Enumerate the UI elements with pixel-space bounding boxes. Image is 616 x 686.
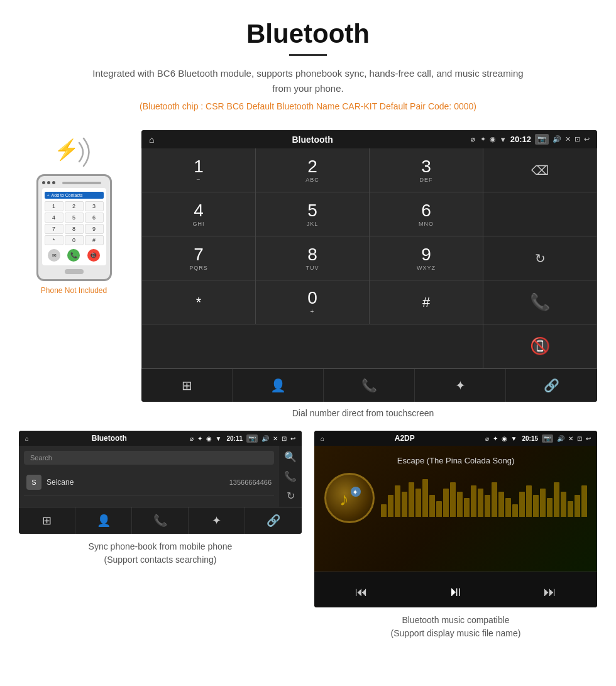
pb-dialpad-btn[interactable]: ⊞ bbox=[19, 507, 75, 534]
visualizer-bar bbox=[381, 504, 387, 517]
contacts-icon-btn[interactable]: 👤 bbox=[233, 369, 324, 402]
home-icon[interactable]: ⌂ bbox=[149, 135, 154, 145]
dial-statusbar: ⌂ Bluetooth ⌀ ✦ ◉ ▼ 20:12 📷 🔊 ✕ ⊡ ↩ bbox=[141, 130, 597, 148]
dial-key-8[interactable]: 8 TUV bbox=[256, 236, 370, 280]
music-camera-icon[interactable]: 📷 bbox=[542, 434, 553, 443]
play-pause-btn[interactable]: ⏯ bbox=[439, 578, 473, 605]
song-title: Escape (The Pina Colada Song) bbox=[397, 456, 514, 465]
pb-back-icon[interactable]: ↩ bbox=[290, 435, 295, 442]
dial-key-4[interactable]: 4 GHI bbox=[142, 192, 256, 236]
bt-status-icon: ✦ bbox=[480, 135, 486, 143]
contact-name: Seicane bbox=[47, 478, 229, 487]
close-icon[interactable]: ✕ bbox=[565, 135, 571, 143]
pb-search-icon[interactable]: 🔍 bbox=[284, 451, 297, 463]
pb-phone-btn[interactable]: 📞 bbox=[132, 507, 189, 534]
dial-key-5[interactable]: 5 JKL bbox=[256, 192, 370, 236]
status-icons: ✦ ◉ ▼ 20:12 📷 🔊 ✕ ⊡ ↩ bbox=[480, 134, 590, 145]
visualizer-bar bbox=[443, 489, 449, 517]
dial-key-9[interactable]: 9 WXYZ bbox=[370, 236, 483, 280]
phone-not-included: Phone Not Included bbox=[41, 286, 107, 295]
visualizer-bar bbox=[464, 498, 470, 517]
pb-call-icon[interactable]: 📞 bbox=[284, 470, 297, 482]
usb-icon: ⌀ bbox=[471, 135, 475, 143]
pb-search-box[interactable]: Search bbox=[24, 451, 274, 465]
prev-btn[interactable]: ⏮ bbox=[345, 580, 378, 604]
dial-screen-title: Bluetooth bbox=[159, 135, 465, 145]
camera-icon[interactable]: 📷 bbox=[535, 134, 549, 145]
dial-key-6[interactable]: 6 MNO bbox=[370, 192, 483, 236]
dial-key-refresh[interactable]: ↻ bbox=[483, 236, 597, 280]
pb-home-icon[interactable]: ⌂ bbox=[25, 435, 29, 442]
dial-call-red[interactable]: 📵 bbox=[483, 324, 597, 368]
visualizer-bar bbox=[492, 482, 497, 517]
dial-caption: Dial number direct from touchscreen bbox=[110, 402, 616, 431]
location-icon: ◉ bbox=[490, 135, 496, 143]
dial-key-star[interactable]: * bbox=[142, 280, 256, 324]
dial-key-2[interactable]: 2 ABC bbox=[256, 148, 370, 192]
pb-usb-icon: ⌀ bbox=[190, 435, 194, 442]
music-block: ⌂ A2DP ⌀ ✦ ◉ ▼ 20:15 📷 🔊 ✕ ⊡ ↩ Escape (T… bbox=[314, 431, 597, 640]
pb-volume-icon[interactable]: 🔊 bbox=[261, 435, 269, 442]
bluetooth-icon-btn[interactable]: ✦ bbox=[415, 369, 506, 402]
fullscreen-icon[interactable]: ⊡ bbox=[575, 135, 580, 143]
visualizer-bar bbox=[505, 498, 511, 517]
pb-fullscreen-icon[interactable]: ⊡ bbox=[282, 435, 287, 442]
music-statusbar: ⌂ A2DP ⌀ ✦ ◉ ▼ 20:15 📷 🔊 ✕ ⊡ ↩ bbox=[314, 431, 597, 446]
visualizer-bar bbox=[388, 495, 393, 517]
music-usb-icon: ⌀ bbox=[485, 435, 489, 442]
music-bt-icon: ✦ bbox=[493, 435, 498, 442]
visualizer-bar bbox=[547, 498, 553, 517]
pb-refresh-icon[interactable]: ↻ bbox=[287, 490, 295, 502]
visualizer-bar bbox=[450, 482, 456, 517]
pb-time: 20:11 bbox=[226, 435, 243, 442]
dial-call-green[interactable]: 📞 bbox=[483, 280, 597, 324]
visualizer-bar bbox=[471, 485, 476, 517]
page-specs: (Bluetooth chip : CSR BC6 Default Blueto… bbox=[0, 101, 616, 111]
pb-camera-icon[interactable]: 📷 bbox=[246, 434, 258, 443]
visualizer-bar bbox=[402, 492, 407, 517]
next-btn[interactable]: ⏭ bbox=[534, 580, 566, 604]
dial-keypad: 1 ∽ 2 ABC 3 DEF ⌫ 4 GHI 5 JKL bbox=[141, 148, 597, 368]
main-content: ⚡ +Add to Contacts 1 2 bbox=[0, 130, 616, 402]
phone-icon-btn[interactable]: 📞 bbox=[324, 369, 415, 402]
pb-contacts-btn[interactable]: 👤 bbox=[75, 507, 132, 534]
music-back-icon[interactable]: ↩ bbox=[586, 435, 591, 442]
phonebook-screen: ⌂ Bluetooth ⌀ ✦ ◉ ▼ 20:11 📷 🔊 ✕ ⊡ ↩ Sear… bbox=[19, 431, 302, 534]
status-time: 20:12 bbox=[510, 135, 531, 144]
visualizer-bar bbox=[485, 495, 490, 517]
volume-icon[interactable]: 🔊 bbox=[553, 135, 561, 143]
phone-mockup: +Add to Contacts 1 2 3 4 5 6 7 8 9 * 0 # bbox=[36, 174, 112, 281]
back-icon[interactable]: ↩ bbox=[584, 135, 590, 143]
visualizer-bar bbox=[429, 495, 435, 517]
music-fullscreen-icon[interactable]: ⊡ bbox=[577, 435, 582, 442]
dialpad-icon-btn[interactable]: ⊞ bbox=[141, 369, 233, 402]
contact-number: 13566664466 bbox=[229, 479, 272, 486]
music-location-icon: ◉ bbox=[502, 435, 507, 442]
title-divider bbox=[289, 54, 327, 56]
dial-key-0[interactable]: 0 + bbox=[256, 280, 370, 324]
phone-section: ⚡ +Add to Contacts 1 2 bbox=[19, 130, 129, 295]
dial-key-hash[interactable]: # bbox=[370, 280, 483, 324]
music-screen: ⌂ A2DP ⌀ ✦ ◉ ▼ 20:15 📷 🔊 ✕ ⊡ ↩ Escape (T… bbox=[314, 431, 597, 607]
music-controls: ⏮ ⏯ ⏭ bbox=[314, 572, 597, 607]
visualizer-bar bbox=[395, 485, 400, 517]
dial-key-1[interactable]: 1 ∽ bbox=[142, 148, 256, 192]
dial-key-3[interactable]: 3 DEF bbox=[370, 148, 483, 192]
visualizer-bar bbox=[457, 492, 463, 517]
visualizer-bar bbox=[526, 485, 532, 517]
pb-link-btn[interactable]: 🔗 bbox=[245, 507, 302, 534]
music-home-icon[interactable]: ⌂ bbox=[321, 435, 324, 442]
dial-key-backspace[interactable]: ⌫ bbox=[483, 148, 597, 192]
bluetooth-waves: ⚡ bbox=[49, 130, 99, 174]
pb-close-icon[interactable]: ✕ bbox=[273, 435, 278, 442]
music-main-area: ♪ ✦ bbox=[324, 473, 587, 523]
pb-signal-icon: ▼ bbox=[216, 435, 222, 442]
visualizer-bar bbox=[519, 492, 525, 517]
svg-text:♪: ♪ bbox=[339, 489, 349, 509]
link-icon-btn[interactable]: 🔗 bbox=[506, 369, 597, 402]
dial-key-7[interactable]: 7 PQRS bbox=[142, 236, 256, 280]
signal-icon: ▼ bbox=[500, 136, 507, 143]
music-close-icon[interactable]: ✕ bbox=[568, 435, 573, 442]
pb-bt-btn[interactable]: ✦ bbox=[189, 507, 245, 534]
music-volume-icon[interactable]: 🔊 bbox=[557, 435, 564, 442]
